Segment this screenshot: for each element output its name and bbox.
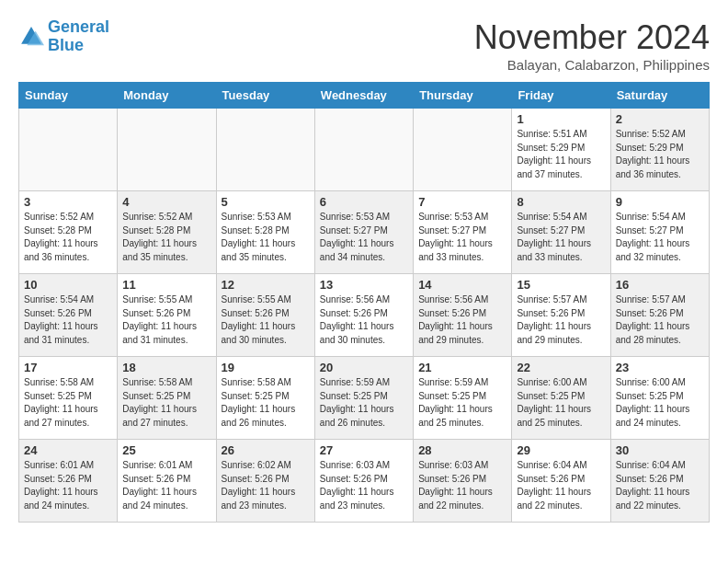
day-info: Sunrise: 5:51 AM Sunset: 5:29 PM Dayligh… xyxy=(517,128,605,181)
day-number: 18 xyxy=(122,361,210,374)
day-number: 30 xyxy=(616,443,704,457)
weekday-header: Friday xyxy=(512,83,610,109)
calendar-cell: 8Sunrise: 5:54 AM Sunset: 5:27 PM Daylig… xyxy=(512,191,610,274)
calendar-cell: 20Sunrise: 5:59 AM Sunset: 5:25 PM Dayli… xyxy=(314,357,413,440)
day-number: 13 xyxy=(320,278,408,292)
day-number: 1 xyxy=(517,112,605,126)
day-info: Sunrise: 5:58 AM Sunset: 5:25 PM Dayligh… xyxy=(122,376,210,430)
calendar-cell: 30Sunrise: 6:04 AM Sunset: 5:26 PM Dayli… xyxy=(610,440,709,523)
calendar-cell: 6Sunrise: 5:53 AM Sunset: 5:27 PM Daylig… xyxy=(314,191,413,274)
day-info: Sunrise: 5:52 AM Sunset: 5:29 PM Dayligh… xyxy=(616,128,704,181)
day-number: 4 xyxy=(122,195,210,209)
calendar-cell: 5Sunrise: 5:53 AM Sunset: 5:28 PM Daylig… xyxy=(216,191,314,274)
calendar-cell: 27Sunrise: 6:03 AM Sunset: 5:26 PM Dayli… xyxy=(314,440,413,523)
calendar-cell: 11Sunrise: 5:55 AM Sunset: 5:26 PM Dayli… xyxy=(118,274,216,357)
calendar-cell: 18Sunrise: 5:58 AM Sunset: 5:25 PM Dayli… xyxy=(118,357,216,440)
weekday-header: Thursday xyxy=(414,83,512,109)
location: Balayan, Calabarzon, Philippines xyxy=(474,57,710,73)
calendar-cell: 19Sunrise: 5:58 AM Sunset: 5:25 PM Dayli… xyxy=(216,357,314,440)
day-number: 28 xyxy=(418,443,506,457)
logo-icon xyxy=(18,24,44,50)
calendar-cell: 4Sunrise: 5:52 AM Sunset: 5:28 PM Daylig… xyxy=(118,191,216,274)
day-info: Sunrise: 5:59 AM Sunset: 5:25 PM Dayligh… xyxy=(320,376,408,430)
day-info: Sunrise: 6:04 AM Sunset: 5:26 PM Dayligh… xyxy=(517,459,605,512)
day-info: Sunrise: 5:54 AM Sunset: 5:27 PM Dayligh… xyxy=(517,211,605,264)
day-number: 20 xyxy=(320,361,408,374)
day-info: Sunrise: 5:53 AM Sunset: 5:27 PM Dayligh… xyxy=(320,211,408,264)
day-info: Sunrise: 5:56 AM Sunset: 5:26 PM Dayligh… xyxy=(320,293,408,347)
calendar-cell xyxy=(314,109,413,191)
calendar-cell xyxy=(216,109,314,191)
day-info: Sunrise: 5:52 AM Sunset: 5:28 PM Dayligh… xyxy=(24,211,112,264)
day-number: 22 xyxy=(517,361,605,374)
weekday-header: Saturday xyxy=(610,83,709,109)
calendar-cell: 13Sunrise: 5:56 AM Sunset: 5:26 PM Dayli… xyxy=(314,274,413,357)
day-info: Sunrise: 6:03 AM Sunset: 5:26 PM Dayligh… xyxy=(320,459,408,512)
logo-text: General Blue xyxy=(48,18,109,55)
page-header: General Blue November 2024 Balayan, Cala… xyxy=(18,18,710,73)
calendar-cell: 14Sunrise: 5:56 AM Sunset: 5:26 PM Dayli… xyxy=(414,274,512,357)
calendar-cell: 16Sunrise: 5:57 AM Sunset: 5:26 PM Dayli… xyxy=(610,274,709,357)
day-number: 8 xyxy=(517,195,605,209)
day-info: Sunrise: 6:01 AM Sunset: 5:26 PM Dayligh… xyxy=(24,459,112,512)
calendar-cell: 1Sunrise: 5:51 AM Sunset: 5:29 PM Daylig… xyxy=(512,109,610,191)
day-info: Sunrise: 6:02 AM Sunset: 5:26 PM Dayligh… xyxy=(222,459,310,512)
day-info: Sunrise: 5:53 AM Sunset: 5:27 PM Dayligh… xyxy=(418,211,506,264)
day-info: Sunrise: 5:59 AM Sunset: 5:25 PM Dayligh… xyxy=(418,376,506,430)
calendar-cell: 29Sunrise: 6:04 AM Sunset: 5:26 PM Dayli… xyxy=(512,440,610,523)
day-number: 7 xyxy=(418,195,506,209)
day-info: Sunrise: 5:53 AM Sunset: 5:28 PM Dayligh… xyxy=(222,211,310,264)
logo: General Blue xyxy=(18,18,109,55)
weekday-header: Tuesday xyxy=(216,83,314,109)
day-number: 14 xyxy=(418,278,506,292)
calendar-cell: 7Sunrise: 5:53 AM Sunset: 5:27 PM Daylig… xyxy=(414,191,512,274)
month-title: November 2024 xyxy=(474,18,710,57)
calendar-week-row: 1Sunrise: 5:51 AM Sunset: 5:29 PM Daylig… xyxy=(19,109,710,191)
day-info: Sunrise: 5:57 AM Sunset: 5:26 PM Dayligh… xyxy=(616,293,704,347)
calendar-cell: 28Sunrise: 6:03 AM Sunset: 5:26 PM Dayli… xyxy=(414,440,512,523)
day-number: 24 xyxy=(24,443,112,457)
day-info: Sunrise: 5:56 AM Sunset: 5:26 PM Dayligh… xyxy=(418,293,506,347)
day-info: Sunrise: 6:01 AM Sunset: 5:26 PM Dayligh… xyxy=(122,459,210,512)
calendar-cell: 17Sunrise: 5:58 AM Sunset: 5:25 PM Dayli… xyxy=(19,357,118,440)
calendar-cell: 12Sunrise: 5:55 AM Sunset: 5:26 PM Dayli… xyxy=(216,274,314,357)
day-info: Sunrise: 5:54 AM Sunset: 5:27 PM Dayligh… xyxy=(616,211,704,264)
calendar-cell: 22Sunrise: 6:00 AM Sunset: 5:25 PM Dayli… xyxy=(512,357,610,440)
calendar-cell: 3Sunrise: 5:52 AM Sunset: 5:28 PM Daylig… xyxy=(19,191,118,274)
day-number: 25 xyxy=(122,443,210,457)
day-info: Sunrise: 6:04 AM Sunset: 5:26 PM Dayligh… xyxy=(616,459,704,512)
day-info: Sunrise: 5:57 AM Sunset: 5:26 PM Dayligh… xyxy=(517,293,605,347)
day-number: 27 xyxy=(320,443,408,457)
calendar-table: SundayMondayTuesdayWednesdayThursdayFrid… xyxy=(18,82,710,523)
day-number: 11 xyxy=(122,278,210,292)
calendar-cell: 21Sunrise: 5:59 AM Sunset: 5:25 PM Dayli… xyxy=(414,357,512,440)
day-number: 19 xyxy=(222,361,310,374)
calendar-cell xyxy=(414,109,512,191)
day-number: 2 xyxy=(616,112,704,126)
day-info: Sunrise: 5:55 AM Sunset: 5:26 PM Dayligh… xyxy=(222,293,310,347)
weekday-header: Wednesday xyxy=(314,83,413,109)
calendar-cell: 15Sunrise: 5:57 AM Sunset: 5:26 PM Dayli… xyxy=(512,274,610,357)
calendar-cell xyxy=(118,109,216,191)
day-number: 26 xyxy=(222,443,310,457)
calendar-cell xyxy=(19,109,118,191)
title-block: November 2024 Balayan, Calabarzon, Phili… xyxy=(474,18,710,73)
day-info: Sunrise: 5:58 AM Sunset: 5:25 PM Dayligh… xyxy=(24,376,112,430)
calendar-week-row: 17Sunrise: 5:58 AM Sunset: 5:25 PM Dayli… xyxy=(19,357,710,440)
day-info: Sunrise: 5:55 AM Sunset: 5:26 PM Dayligh… xyxy=(122,293,210,347)
calendar-cell: 23Sunrise: 6:00 AM Sunset: 5:25 PM Dayli… xyxy=(610,357,709,440)
calendar-cell: 10Sunrise: 5:54 AM Sunset: 5:26 PM Dayli… xyxy=(19,274,118,357)
calendar-cell: 2Sunrise: 5:52 AM Sunset: 5:29 PM Daylig… xyxy=(610,109,709,191)
day-info: Sunrise: 6:00 AM Sunset: 5:25 PM Dayligh… xyxy=(517,376,605,430)
day-info: Sunrise: 6:03 AM Sunset: 5:26 PM Dayligh… xyxy=(418,459,506,512)
weekday-header: Sunday xyxy=(19,83,118,109)
day-number: 5 xyxy=(222,195,310,209)
calendar-cell: 9Sunrise: 5:54 AM Sunset: 5:27 PM Daylig… xyxy=(610,191,709,274)
day-number: 17 xyxy=(24,361,112,374)
calendar-week-row: 10Sunrise: 5:54 AM Sunset: 5:26 PM Dayli… xyxy=(19,274,710,357)
calendar-week-row: 24Sunrise: 6:01 AM Sunset: 5:26 PM Dayli… xyxy=(19,440,710,523)
calendar-cell: 26Sunrise: 6:02 AM Sunset: 5:26 PM Dayli… xyxy=(216,440,314,523)
day-number: 16 xyxy=(616,278,704,292)
day-info: Sunrise: 5:54 AM Sunset: 5:26 PM Dayligh… xyxy=(24,293,112,347)
weekday-header-row: SundayMondayTuesdayWednesdayThursdayFrid… xyxy=(19,83,710,109)
